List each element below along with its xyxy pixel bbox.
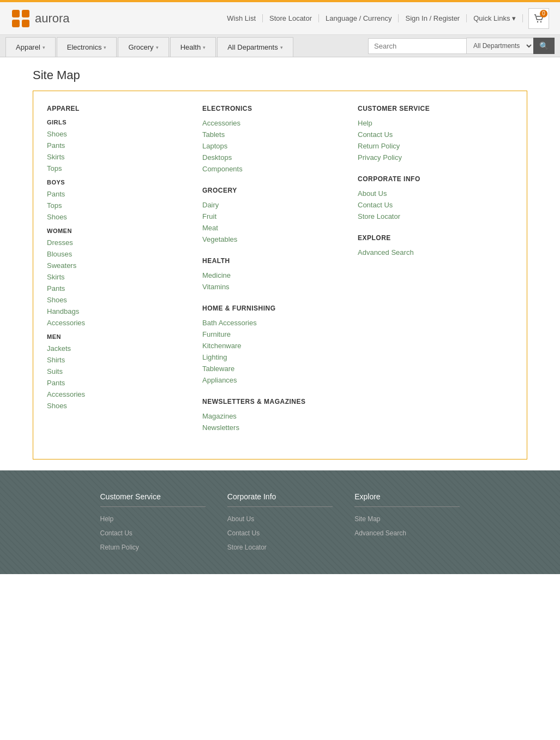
- wishlist-link[interactable]: Wish List: [220, 14, 263, 22]
- link-corp-about[interactable]: About Us: [358, 189, 502, 198]
- sitemap-subheading-women: WOMEN: [47, 228, 191, 234]
- link-girls-tops[interactable]: Tops: [47, 164, 191, 172]
- sitemap-section-electronics: ELECTRONICS Accessories Tablets Laptops …: [202, 105, 347, 173]
- link-elec-components[interactable]: Components: [202, 165, 347, 173]
- link-cs-help[interactable]: Help: [358, 119, 502, 127]
- link-health-vitamins[interactable]: Vitamins: [202, 283, 347, 291]
- link-corp-contact[interactable]: Contact Us: [358, 201, 502, 209]
- link-men-shirts[interactable]: Shirts: [47, 356, 191, 364]
- link-corp-store[interactable]: Store Locator: [358, 212, 502, 220]
- search-dept-select[interactable]: All Departments: [466, 38, 533, 54]
- footer-link-site-map[interactable]: Site Map: [354, 515, 460, 523]
- cart-button[interactable]: 0: [528, 8, 549, 29]
- svg-rect-1: [22, 10, 29, 17]
- link-news-magazines[interactable]: Magazines: [202, 412, 347, 420]
- link-groc-dairy[interactable]: Dairy: [202, 201, 347, 209]
- link-girls-skirts[interactable]: Skirts: [47, 153, 191, 161]
- search-input[interactable]: [368, 38, 466, 54]
- link-home-kitchenware[interactable]: Kitchenware: [202, 342, 347, 350]
- language-currency-link[interactable]: Language / Currency: [319, 14, 399, 22]
- nav-tab-grocery[interactable]: Grocery ▾: [118, 37, 168, 57]
- sitemap-heading-electronics: ELECTRONICS: [202, 105, 347, 112]
- link-men-jackets[interactable]: Jackets: [47, 344, 191, 353]
- footer-link-store-locator[interactable]: Store Locator: [227, 544, 333, 551]
- link-girls-pants[interactable]: Pants: [47, 141, 191, 150]
- quick-links-link[interactable]: Quick Links ▾: [467, 14, 523, 22]
- link-cs-return[interactable]: Return Policy: [358, 142, 502, 150]
- sitemap-heading-customer-service: CUSTOMER SERVICE: [358, 105, 502, 112]
- sitemap-section-apparel: APPAREL GIRLS Shoes Pants Skirts Tops BO…: [47, 105, 191, 410]
- link-explore-advanced-search[interactable]: Advanced Search: [358, 248, 502, 256]
- link-health-medicine[interactable]: Medicine: [202, 271, 347, 279]
- sitemap-heading-health: HEALTH: [202, 257, 347, 265]
- link-women-pants[interactable]: Pants: [47, 284, 191, 293]
- link-women-handbags[interactable]: Handbags: [47, 307, 191, 315]
- link-women-sweaters[interactable]: Sweaters: [47, 261, 191, 270]
- footer-link-return-policy[interactable]: Return Policy: [100, 544, 206, 551]
- footer-link-contact-us-corp[interactable]: Contact Us: [227, 529, 333, 537]
- link-home-bath[interactable]: Bath Accessories: [202, 319, 347, 327]
- top-nav: Wish List Store Locator Language / Curre…: [220, 8, 549, 29]
- footer-link-contact-us[interactable]: Contact Us: [100, 529, 206, 537]
- link-elec-tablets[interactable]: Tablets: [202, 130, 347, 139]
- link-men-suits[interactable]: Suits: [47, 367, 191, 375]
- link-men-pants[interactable]: Pants: [47, 379, 191, 387]
- footer: Customer Service Help Contact Us Return …: [0, 470, 560, 574]
- link-cs-contact[interactable]: Contact Us: [358, 130, 502, 139]
- sitemap-heading-corporate: CORPORATE INFO: [358, 175, 502, 183]
- link-cs-privacy[interactable]: Privacy Policy: [358, 153, 502, 162]
- header: aurora Wish List Store Locator Language …: [0, 2, 560, 35]
- sitemap-subheading-girls: GIRLS: [47, 119, 191, 126]
- link-boys-tops[interactable]: Tops: [47, 201, 191, 210]
- footer-link-advanced-search[interactable]: Advanced Search: [354, 529, 460, 537]
- link-women-blouses[interactable]: Blouses: [47, 250, 191, 258]
- link-home-tableware[interactable]: Tableware: [202, 365, 347, 373]
- footer-link-help[interactable]: Help: [100, 515, 206, 523]
- nav-tab-apparel[interactable]: Apparel ▾: [5, 37, 56, 57]
- page-title: Site Map: [33, 68, 527, 82]
- footer-link-about-us[interactable]: About Us: [227, 515, 333, 523]
- sitemap-heading-explore: EXPLORE: [358, 234, 502, 242]
- sitemap-heading-apparel: APPAREL: [47, 105, 191, 112]
- footer-heading-explore: Explore: [354, 492, 460, 501]
- link-home-lighting[interactable]: Lighting: [202, 353, 347, 361]
- link-groc-meat[interactable]: Meat: [202, 224, 347, 232]
- link-groc-vegetables[interactable]: Vegetables: [202, 235, 347, 243]
- link-boys-pants[interactable]: Pants: [47, 190, 191, 198]
- chevron-down-icon: ▾: [156, 45, 159, 50]
- link-home-appliances[interactable]: Appliances: [202, 376, 347, 384]
- link-news-newsletters[interactable]: Newsletters: [202, 423, 347, 432]
- link-girls-shoes[interactable]: Shoes: [47, 130, 191, 138]
- chevron-down-icon: ▾: [280, 45, 283, 50]
- link-women-shoes[interactable]: Shoes: [47, 296, 191, 304]
- store-locator-link[interactable]: Store Locator: [263, 14, 319, 22]
- link-elec-laptops[interactable]: Laptops: [202, 142, 347, 150]
- nav-tab-all-departments[interactable]: All Departments ▾: [217, 37, 293, 57]
- link-home-furniture[interactable]: Furniture: [202, 330, 347, 338]
- link-elec-desktops[interactable]: Desktops: [202, 153, 347, 162]
- sign-in-link[interactable]: Sign In / Register: [399, 14, 467, 22]
- link-women-skirts[interactable]: Skirts: [47, 273, 191, 281]
- chevron-down-icon: ▾: [104, 45, 106, 50]
- sitemap-col-apparel: APPAREL GIRLS Shoes Pants Skirts Tops BO…: [47, 105, 202, 445]
- link-women-accessories[interactable]: Accessories: [47, 319, 191, 327]
- search-button[interactable]: 🔍: [533, 38, 555, 54]
- nav-tab-health[interactable]: Health ▾: [170, 37, 216, 57]
- link-women-dresses[interactable]: Dresses: [47, 238, 191, 247]
- footer-heading-customer-service: Customer Service: [100, 492, 206, 501]
- link-boys-shoes[interactable]: Shoes: [47, 213, 191, 221]
- logo[interactable]: aurora: [11, 9, 70, 28]
- sitemap-heading-newsletters: NEWSLETTERS & MAGAZINES: [202, 398, 347, 405]
- link-men-shoes[interactable]: Shoes: [47, 402, 191, 410]
- svg-point-4: [537, 21, 538, 22]
- logo-text: aurora: [35, 11, 70, 26]
- sitemap-container: APPAREL GIRLS Shoes Pants Skirts Tops BO…: [33, 91, 527, 459]
- sitemap-section-home: HOME & FURNISHING Bath Accessories Furni…: [202, 305, 347, 384]
- sitemap-heading-grocery: GROCERY: [202, 187, 347, 194]
- link-groc-fruit[interactable]: Fruit: [202, 212, 347, 220]
- link-men-accessories[interactable]: Accessories: [47, 390, 191, 398]
- svg-rect-3: [22, 20, 29, 27]
- nav-tab-electronics[interactable]: Electronics ▾: [57, 37, 117, 57]
- link-elec-accessories[interactable]: Accessories: [202, 119, 347, 127]
- footer-grid: Customer Service Help Contact Us Return …: [89, 492, 471, 558]
